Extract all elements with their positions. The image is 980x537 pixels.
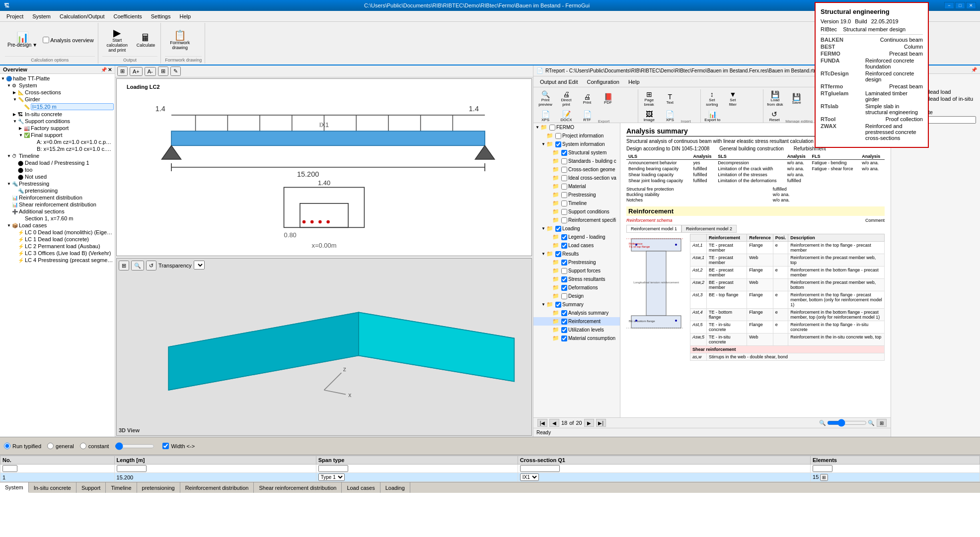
tree-item[interactable]: ▼✅Final support [1,132,114,138]
nav-item[interactable]: 📁Timeline [533,199,620,207]
text-btn[interactable]: T Text [660,92,680,106]
tree-item[interactable]: ▼⚙System [1,82,114,89]
menu-item-help[interactable]: Help [175,12,195,21]
tree-item[interactable]: ⬤Dead load / Prestressing 1 [1,159,114,166]
report-tab-help[interactable]: Help [624,77,644,86]
nav-checkbox[interactable] [561,310,567,316]
nav-item[interactable]: ▼📁Summary [533,300,620,309]
load-disk-btn[interactable]: 💾 Loadfrom disk [764,89,785,108]
pre-design-dropdown[interactable]: 📊 Pre-design ▼ [5,31,40,49]
span-type-select[interactable]: Type 1 [318,473,345,481]
nav-checkbox[interactable] [555,251,561,257]
snap-btn[interactable]: ✎ [170,67,181,76]
tree-item[interactable]: 🔩pretensioning [1,187,114,194]
filter-cs[interactable] [520,465,560,472]
pdf-btn[interactable]: 📕 PDF [598,92,618,106]
fit-page-btn[interactable]: ⊞ [877,419,887,427]
nav-item[interactable]: 📁Structural system [533,148,620,157]
menu-item-system[interactable]: System [28,12,55,21]
nav-item[interactable]: ▼📁Loading [533,224,620,233]
image-btn[interactable]: 🖼 Image [639,109,659,124]
zoom-range[interactable] [827,419,867,427]
constant-rb[interactable] [80,443,86,449]
next-page-btn[interactable]: ▶ [584,419,594,427]
formwork-btn[interactable]: 📋 Formwork drawing [165,29,195,52]
nav-checkbox[interactable] [555,141,561,147]
tree-item[interactable]: Section 1, x=7.60 m [1,215,114,222]
nav-item[interactable]: 📁Prestressing [533,258,620,267]
nav-item[interactable]: 📁Project information [533,132,620,140]
tree-item[interactable]: ▼📏Girder [1,96,114,103]
start-calc-btn[interactable]: ▶ Start calculation and print [102,26,132,54]
bottom-tab-pretensioning[interactable]: pretensioning [137,482,180,493]
zoom-extent-btn[interactable]: ⊞ [117,67,128,76]
menu-item-settings[interactable]: Settings [147,12,175,21]
nav-item[interactable]: 📁Prestressing [533,191,620,199]
bottom-tab-load-cases[interactable]: Load cases [342,482,380,493]
width-checkbox[interactable] [162,443,169,449]
filter-no[interactable] [2,465,17,472]
nav-item[interactable]: 📁Load cases [533,241,620,250]
grid-btn[interactable]: ⊞ [158,67,168,76]
nav-item[interactable]: 📁Cross-section geome [533,165,620,174]
report-tab-output[interactable]: Output and Edit [535,77,582,86]
calculate-btn[interactable]: 🖩 Calculate [134,31,158,49]
zoom-slider[interactable]: 🔍 🔍 [819,419,875,427]
3d-rotate-btn[interactable]: ↺ [146,261,156,270]
report-tab-config[interactable]: Configuration [582,77,623,86]
run-typified-radio[interactable]: Run typified [4,443,41,449]
docx-btn[interactable]: 📝 DOCX [556,109,576,124]
page-break-btn[interactable]: ⊞ Pagebreak [639,89,659,108]
rtf-btn[interactable]: 📄 RTF [577,109,597,124]
filter-length[interactable] [117,465,147,472]
properties-pin-btn[interactable]: 📌 [971,67,977,72]
nav-item[interactable]: 📁Ideal cross-section va [533,174,620,182]
nav-item[interactable]: ▼📁Results [533,250,620,258]
model1-tab[interactable]: Reinforcement model 1 [626,225,681,233]
xps-btn[interactable]: 📄 XPS [535,109,555,124]
cross-section-select[interactable]: IX1 [520,473,539,481]
nav-checkbox[interactable] [561,285,567,291]
tree-item[interactable]: ⚡LC 3 Offices (Live load B) (Verkehr) [1,250,114,257]
nav-checkbox[interactable] [561,327,567,333]
last-page-btn[interactable]: ▶| [596,419,606,427]
nav-checkbox[interactable] [561,167,567,173]
print-preview-btn[interactable]: 🔍 Printpreview [535,89,555,108]
nav-checkbox[interactable] [561,276,567,282]
transparency-dropdown[interactable] [194,261,205,269]
direct-print-btn[interactable]: 🖨 Directprint [556,89,576,108]
zoom-out-btn[interactable]: A- [145,67,156,76]
nav-checkbox[interactable] [561,293,567,299]
maximize-button[interactable]: □ [955,2,965,9]
bottom-tab-support[interactable]: Support [76,482,106,493]
nav-item[interactable]: 📁Deformations [533,283,620,292]
tree-item[interactable]: ⚡LC 4 Prestressing (precast segment) [1,257,114,264]
nav-item[interactable]: 📁Material consumption [533,334,620,342]
nav-item[interactable]: 📁Stress resultants [533,275,620,283]
tree-item[interactable]: ▼⏱Timeline [1,152,114,159]
set-sorting-btn[interactable]: ↕ Setsorting [702,89,722,108]
first-page-btn[interactable]: |◀ [537,419,547,427]
tree-item[interactable]: ▶🏗In-situ concrete [1,111,114,118]
tree-item[interactable]: ▼📦Load cases [1,222,114,229]
tree-item[interactable]: 📊Reinforcement distribution [1,194,114,201]
tree-item[interactable]: 📊Shear reinforcement distribution [1,201,114,208]
elements-zoom-btn[interactable]: ⊞ [820,474,828,481]
nav-item[interactable]: ▼📁FERMO [533,123,620,132]
nav-checkbox[interactable] [555,133,561,139]
save-report-btn[interactable]: 💾 Save [787,92,807,106]
tree-item[interactable]: 📏l=15.20 m [1,103,114,111]
prev-page-btn[interactable]: ◀ [549,419,559,427]
run-typified-rb[interactable] [4,443,10,449]
nav-checkbox[interactable] [561,243,567,249]
nav-checkbox[interactable] [561,209,567,215]
nav-item[interactable]: 📁Material [533,182,620,191]
nav-item[interactable]: 📁Reinforcement [533,317,620,326]
nav-checkbox[interactable] [561,175,567,181]
tree-item[interactable]: A: x=0.0m cz=1.0 cx=1.0 c.phiy=0.0 c [1,138,114,145]
tree-item[interactable]: ⚡LC 1 Dead load (concrete) [1,236,114,243]
nav-item[interactable]: 📁Analysis summary [533,309,620,317]
menu-item-project[interactable]: Project [2,12,28,21]
nav-checkbox[interactable] [561,217,567,223]
nav-item[interactable]: 📁Legend - loading [533,233,620,241]
